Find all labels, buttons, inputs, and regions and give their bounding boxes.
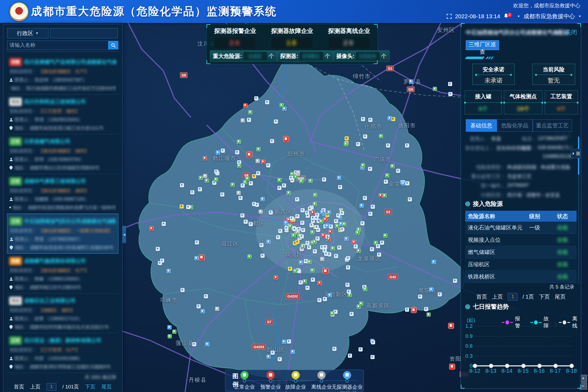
company-marker[interactable]	[248, 110, 252, 114]
company-marker[interactable]	[350, 312, 354, 316]
company-marker[interactable]	[303, 279, 307, 283]
company-marker[interactable]	[256, 171, 260, 175]
company-marker[interactable]	[344, 142, 348, 146]
company-marker[interactable]	[380, 241, 384, 245]
company-marker[interactable]	[235, 150, 239, 154]
company-marker[interactable]	[252, 174, 256, 178]
company-marker[interactable]	[299, 280, 303, 284]
chart-data-point[interactable]	[521, 364, 526, 368]
table-row[interactable]: 压缩机区在线	[465, 258, 577, 271]
company-marker[interactable]	[299, 179, 303, 183]
company-marker[interactable]	[401, 181, 405, 185]
company-marker[interactable]	[180, 204, 184, 209]
company-marker[interactable]	[295, 197, 299, 201]
company-marker[interactable]	[368, 118, 372, 122]
company-marker[interactable]	[292, 233, 296, 237]
company-marker[interactable]	[280, 103, 284, 107]
company-marker[interactable]	[201, 309, 205, 313]
last-page-link[interactable]: 尾页	[101, 383, 112, 390]
company-marker[interactable]	[379, 193, 383, 197]
first-page-link[interactable]: 首页	[14, 383, 24, 390]
company-marker[interactable]	[158, 261, 162, 265]
company-marker[interactable]	[307, 245, 311, 249]
company-marker[interactable]	[168, 334, 172, 338]
company-marker[interactable]	[344, 237, 348, 241]
company-marker[interactable]	[360, 204, 364, 208]
company-marker[interactable]	[267, 355, 271, 359]
company-list-item[interactable]: 正常四川宏达（集团）新材料有限公司危险源类型：【工艺装置 · 生产】联系人： 刘…	[7, 333, 118, 373]
sidebar-collapse-handle[interactable]: ◀	[122, 226, 126, 243]
company-marker[interactable]	[386, 143, 390, 148]
company-marker[interactable]	[180, 288, 185, 292]
company-marker[interactable]	[323, 297, 327, 301]
company-marker[interactable]	[396, 169, 400, 173]
page-number-input[interactable]	[508, 293, 517, 301]
user-menu[interactable]: 成都市应急救援中心	[523, 13, 575, 20]
company-marker[interactable]	[327, 237, 331, 241]
company-marker[interactable]	[277, 178, 281, 182]
company-marker[interactable]	[198, 187, 202, 191]
company-marker[interactable]	[247, 118, 251, 122]
company-marker[interactable]	[388, 116, 392, 120]
company-marker[interactable]	[204, 294, 208, 298]
company-list-item[interactable]: 正常日昇昌燃气有限公司危险源类型：【液化烃储罐区 · 储存】联系人： 宋伟 （0…	[7, 134, 118, 174]
company-marker[interactable]	[368, 212, 372, 216]
company-marker[interactable]	[156, 247, 160, 251]
company-marker[interactable]	[371, 340, 375, 344]
company-marker[interactable]	[237, 140, 241, 144]
company-marker[interactable]	[405, 308, 409, 312]
company-marker[interactable]	[267, 240, 271, 244]
close-button[interactable]: 关闭	[565, 28, 577, 36]
company-marker[interactable]	[313, 249, 317, 253]
company-marker[interactable]	[347, 290, 351, 294]
next-page-link[interactable]: 下页	[85, 383, 95, 390]
company-marker[interactable]	[241, 118, 245, 122]
company-marker[interactable]	[199, 176, 203, 180]
company-marker[interactable]	[162, 222, 166, 226]
company-marker[interactable]	[310, 268, 314, 272]
company-marker[interactable]	[363, 287, 367, 291]
company-marker[interactable]	[379, 134, 383, 138]
company-marker[interactable]	[363, 134, 367, 139]
company-marker[interactable]	[270, 139, 274, 143]
company-marker[interactable]	[346, 265, 350, 270]
company-marker[interactable]	[334, 254, 338, 258]
company-marker[interactable]	[338, 185, 342, 189]
company-marker[interactable]	[308, 207, 312, 211]
first-page-link[interactable]: 首页	[476, 293, 487, 301]
company-marker[interactable]	[320, 257, 324, 261]
company-marker[interactable]	[368, 167, 372, 171]
chart-data-point[interactable]	[569, 364, 574, 368]
company-marker[interactable]	[359, 347, 363, 351]
company-marker[interactable]	[317, 298, 321, 302]
company-marker[interactable]	[346, 256, 350, 260]
company-marker[interactable]	[259, 210, 263, 214]
company-marker[interactable]	[328, 293, 332, 297]
company-marker[interactable]	[305, 241, 310, 245]
company-marker[interactable]	[241, 183, 245, 188]
company-marker[interactable]	[203, 174, 207, 178]
company-marker[interactable]	[376, 244, 380, 248]
company-marker[interactable]	[274, 275, 278, 280]
company-marker[interactable]	[337, 246, 341, 250]
table-row[interactable]: 液化石油气储罐区单元一级在线	[465, 222, 577, 234]
company-marker[interactable]	[384, 180, 388, 184]
company-marker[interactable]	[203, 156, 207, 160]
company-marker[interactable]	[453, 279, 457, 283]
company-marker[interactable]	[345, 283, 350, 287]
company-marker[interactable]	[354, 244, 358, 249]
company-marker[interactable]	[231, 183, 235, 187]
alert-company-marker[interactable]	[411, 307, 417, 313]
company-marker[interactable]	[433, 87, 437, 91]
company-marker[interactable]	[418, 295, 422, 299]
company-marker[interactable]	[295, 214, 299, 218]
company-marker[interactable]	[301, 228, 305, 232]
company-marker[interactable]	[327, 210, 331, 215]
company-marker[interactable]	[290, 172, 294, 176]
company-marker[interactable]	[215, 307, 219, 311]
company-marker[interactable]	[190, 190, 194, 194]
company-marker[interactable]	[216, 151, 220, 155]
company-marker[interactable]	[334, 219, 338, 223]
company-marker[interactable]	[357, 249, 361, 253]
table-row[interactable]: 燃气储罐区在线	[465, 246, 577, 258]
